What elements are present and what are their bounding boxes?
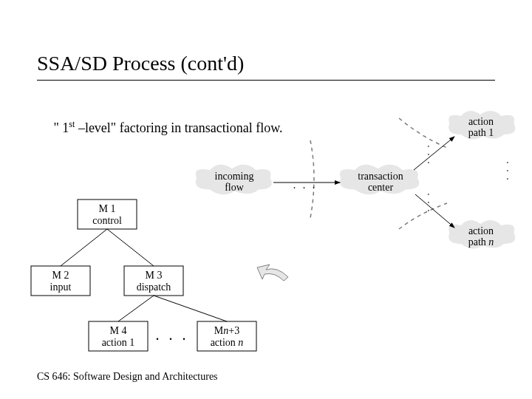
module-mn3-line2: action n [211, 337, 244, 348]
module-m4-line2: action 1 [102, 337, 135, 348]
cloud-tc-line2: center [368, 182, 394, 193]
flow-dots-top: . . . [426, 145, 437, 166]
cloud-apn-line2: path n [468, 236, 494, 248]
cloud-apn-line1: action [468, 225, 494, 236]
flow-dots-right: . . . [505, 161, 516, 182]
flow-dots-mid: . . . [293, 180, 318, 191]
module-m3-line1: M 3 [146, 270, 163, 281]
cloud-ap1-line2: path 1 [468, 127, 494, 138]
cloud-incoming-line1: incoming [215, 171, 254, 182]
edge-m1-m2 [61, 229, 107, 266]
edge-m3-m4 [118, 296, 154, 321]
edge-m1-m3 [107, 229, 154, 266]
cloud-incoming-line2: flow [225, 182, 245, 193]
module-m1-line1: M 1 [99, 203, 116, 214]
mapping-arrow-icon [257, 265, 288, 281]
boundary-top [399, 118, 447, 148]
edge-m3-mn3 [154, 296, 227, 321]
module-ellipsis: . . . [156, 327, 189, 343]
cloud-tc-line1: transaction [358, 171, 403, 182]
module-m3-line2: dispatch [137, 282, 171, 293]
module-m4-line1: M 4 [110, 325, 127, 336]
cloud-ap1-line1: action [468, 116, 494, 127]
diagram-canvas: incoming flow transaction center . . . a… [0, 0, 532, 399]
module-m2-line2: input [50, 282, 72, 293]
module-m2-line1: M 2 [52, 270, 69, 281]
boundary-bottom [399, 203, 447, 229]
flow-dots-bot: . . . [426, 193, 437, 214]
module-m1-line2: control [92, 215, 122, 226]
module-mn3-line1: Mn+3 [214, 325, 239, 336]
